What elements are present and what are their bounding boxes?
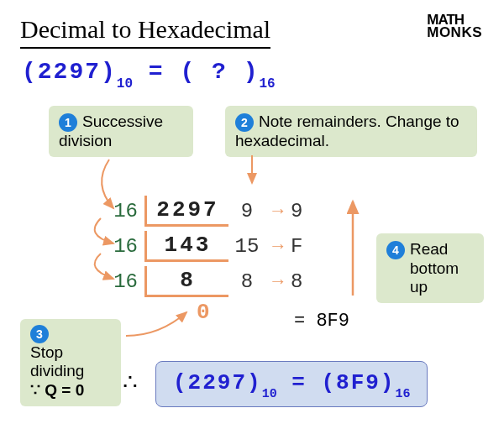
final-rbase: 16	[395, 387, 410, 401]
hex-0: 9	[291, 200, 311, 222]
remainder-2: 8	[228, 270, 265, 293]
arrow-icon: →	[265, 235, 291, 257]
logo-line2: MONKS	[427, 26, 482, 39]
step-3-box: 3 Stop dividing ∵ Q = 0	[20, 319, 121, 406]
divisor-0: 16	[109, 200, 144, 222]
problem-equation: (2297)10 = ( ? )16	[22, 59, 276, 88]
step-1-box: 1Successive division	[49, 106, 193, 157]
step-2-text: Note remainders. Change to hexadecimal.	[235, 112, 459, 149]
step-3-line2: dividing	[30, 362, 111, 380]
arrow-icon: →	[265, 270, 291, 292]
eq-mid: = ( ? )	[133, 59, 259, 85]
step-1-num: 1	[59, 113, 77, 132]
logo: MATH MONKS	[427, 13, 482, 39]
eq-lbase: 10	[117, 76, 133, 92]
dividend-1: 143	[144, 231, 228, 262]
eq-lhs: (2297)	[22, 59, 117, 85]
step-3-num: 3	[30, 325, 49, 343]
step-4-box: 4Read bottom up	[376, 233, 484, 303]
remainder-1: 15	[228, 235, 265, 258]
final-lhs: (2297)	[173, 370, 262, 395]
remainder-0: 9	[228, 200, 265, 222]
result-small: = 8F9	[294, 311, 349, 332]
divisor-1: 16	[109, 235, 144, 258]
step-4-line2: bottom up	[386, 259, 474, 296]
dividend-2: 8	[144, 266, 228, 297]
div-row-0: 16 2297 9 → 9	[109, 193, 311, 228]
step-3-line1: Stop	[30, 343, 111, 362]
arrow-icon: →	[265, 200, 291, 222]
division-table: 16 2297 9 → 9 16 143 15 → F 16 8 8 → 8	[109, 193, 311, 299]
dividend-0: 2297	[144, 196, 228, 227]
final-answer: (2297)10 = (8F9)16	[155, 361, 428, 407]
div-row-1: 16 143 15 → F	[109, 228, 311, 264]
hex-2: 8	[291, 270, 311, 293]
therefore-symbol: ∴	[123, 368, 138, 395]
step-4-num: 4	[386, 241, 405, 259]
hex-1: F	[291, 235, 311, 258]
quotient-zero: 0	[197, 300, 210, 325]
step-2-box: 2Note remainders. Change to hexadecimal.	[225, 106, 477, 157]
final-lbase: 10	[262, 387, 277, 401]
step-3-line3: ∵ Q = 0	[30, 380, 111, 400]
step-2-num: 2	[235, 113, 254, 132]
div-row-2: 16 8 8 → 8	[109, 264, 311, 299]
page-title: Decimal to Hexadecimal	[20, 15, 270, 49]
step-4-line1: Read	[410, 240, 448, 258]
divisor-2: 16	[109, 270, 144, 293]
final-mid: = (8F9)	[277, 370, 396, 395]
eq-rbase: 16	[259, 76, 275, 92]
